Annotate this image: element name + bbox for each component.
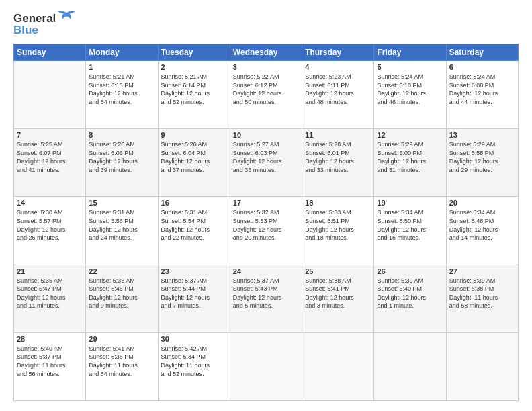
- calendar-cell: 7Sunrise: 5:25 AM Sunset: 6:07 PM Daylig…: [14, 129, 86, 197]
- day-number: 28: [17, 335, 83, 343]
- day-number: 29: [89, 335, 154, 343]
- calendar-cell: 4Sunrise: 5:23 AM Sunset: 6:11 PM Daylig…: [302, 61, 374, 129]
- day-number: 25: [305, 267, 371, 275]
- day-info: Sunrise: 5:36 AM Sunset: 5:46 PM Dayligh…: [89, 277, 154, 310]
- calendar-week-row: 7Sunrise: 5:25 AM Sunset: 6:07 PM Daylig…: [14, 129, 519, 197]
- weekday-header: Thursday: [302, 44, 374, 61]
- day-info: Sunrise: 5:25 AM Sunset: 6:07 PM Dayligh…: [17, 140, 83, 174]
- weekday-header: Saturday: [446, 44, 518, 61]
- calendar-cell: 16Sunrise: 5:31 AM Sunset: 5:54 PM Dayli…: [158, 197, 230, 265]
- day-info: Sunrise: 5:23 AM Sunset: 6:11 PM Dayligh…: [305, 73, 371, 106]
- calendar-cell: 8Sunrise: 5:26 AM Sunset: 6:06 PM Daylig…: [86, 129, 158, 197]
- calendar-cell: 29Sunrise: 5:41 AM Sunset: 5:36 PM Dayli…: [86, 332, 158, 400]
- logo-bird-icon: [57, 10, 76, 28]
- day-info: Sunrise: 5:34 AM Sunset: 5:48 PM Dayligh…: [449, 208, 515, 242]
- day-number: 9: [161, 131, 227, 139]
- day-info: Sunrise: 5:29 AM Sunset: 6:00 PM Dayligh…: [377, 140, 443, 174]
- day-number: 19: [377, 199, 443, 207]
- day-info: Sunrise: 5:37 AM Sunset: 5:44 PM Dayligh…: [161, 277, 227, 310]
- day-info: Sunrise: 5:38 AM Sunset: 5:41 PM Dayligh…: [305, 277, 371, 310]
- day-number: 14: [17, 199, 83, 207]
- calendar-table: SundayMondayTuesdayWednesdayThursdayFrid…: [13, 44, 519, 401]
- calendar-cell: 12Sunrise: 5:29 AM Sunset: 6:00 PM Dayli…: [374, 129, 446, 197]
- day-info: Sunrise: 5:27 AM Sunset: 6:03 PM Dayligh…: [233, 140, 299, 174]
- calendar-cell: 18Sunrise: 5:33 AM Sunset: 5:51 PM Dayli…: [302, 197, 374, 265]
- calendar-cell: 9Sunrise: 5:26 AM Sunset: 6:04 PM Daylig…: [158, 129, 230, 197]
- day-number: 30: [161, 335, 227, 343]
- calendar-week-row: 28Sunrise: 5:40 AM Sunset: 5:37 PM Dayli…: [14, 332, 519, 400]
- weekday-header: Sunday: [14, 44, 86, 61]
- day-info: Sunrise: 5:40 AM Sunset: 5:37 PM Dayligh…: [17, 345, 83, 378]
- day-number: 22: [89, 267, 154, 275]
- day-number: 8: [89, 131, 154, 139]
- weekday-header: Monday: [86, 44, 158, 61]
- calendar-cell: 21Sunrise: 5:35 AM Sunset: 5:47 PM Dayli…: [14, 265, 86, 332]
- weekday-header: Tuesday: [158, 44, 230, 61]
- calendar-cell: 28Sunrise: 5:40 AM Sunset: 5:37 PM Dayli…: [14, 332, 86, 400]
- calendar-cell: 1Sunrise: 5:21 AM Sunset: 6:15 PM Daylig…: [86, 61, 158, 129]
- calendar-cell: 2Sunrise: 5:21 AM Sunset: 6:14 PM Daylig…: [158, 61, 230, 129]
- day-info: Sunrise: 5:35 AM Sunset: 5:47 PM Dayligh…: [17, 277, 83, 310]
- day-number: 12: [377, 131, 443, 139]
- day-number: 5: [377, 63, 443, 71]
- day-number: 15: [89, 199, 154, 207]
- day-info: Sunrise: 5:26 AM Sunset: 6:06 PM Dayligh…: [89, 140, 154, 174]
- day-info: Sunrise: 5:32 AM Sunset: 5:53 PM Dayligh…: [233, 208, 299, 242]
- calendar-cell: [230, 332, 302, 400]
- day-number: 18: [305, 199, 371, 207]
- day-number: 26: [377, 267, 443, 275]
- day-number: 6: [449, 63, 515, 71]
- day-number: 24: [233, 267, 299, 275]
- calendar-cell: 6Sunrise: 5:24 AM Sunset: 6:08 PM Daylig…: [446, 61, 518, 129]
- day-number: 2: [161, 63, 227, 71]
- day-info: Sunrise: 5:41 AM Sunset: 5:36 PM Dayligh…: [89, 345, 154, 378]
- day-info: Sunrise: 5:42 AM Sunset: 5:34 PM Dayligh…: [161, 345, 227, 378]
- day-number: 16: [161, 199, 227, 207]
- calendar-cell: 26Sunrise: 5:39 AM Sunset: 5:40 PM Dayli…: [374, 265, 446, 332]
- day-info: Sunrise: 5:29 AM Sunset: 5:58 PM Dayligh…: [449, 140, 515, 174]
- calendar-week-row: 21Sunrise: 5:35 AM Sunset: 5:47 PM Dayli…: [14, 265, 519, 332]
- calendar-cell: 11Sunrise: 5:28 AM Sunset: 6:01 PM Dayli…: [302, 129, 374, 197]
- day-number: 1: [89, 63, 154, 71]
- calendar-cell: 15Sunrise: 5:31 AM Sunset: 5:56 PM Dayli…: [86, 197, 158, 265]
- day-number: 20: [449, 199, 515, 207]
- header: General Blue: [13, 10, 519, 37]
- day-info: Sunrise: 5:28 AM Sunset: 6:01 PM Dayligh…: [305, 140, 371, 174]
- day-number: 13: [449, 131, 515, 139]
- day-number: 23: [161, 267, 227, 275]
- day-number: 7: [17, 131, 83, 139]
- calendar-cell: 13Sunrise: 5:29 AM Sunset: 5:58 PM Dayli…: [446, 129, 518, 197]
- day-info: Sunrise: 5:34 AM Sunset: 5:50 PM Dayligh…: [377, 208, 443, 242]
- calendar-cell: 24Sunrise: 5:37 AM Sunset: 5:43 PM Dayli…: [230, 265, 302, 332]
- day-info: Sunrise: 5:37 AM Sunset: 5:43 PM Dayligh…: [233, 277, 299, 310]
- day-info: Sunrise: 5:24 AM Sunset: 6:10 PM Dayligh…: [377, 73, 443, 106]
- calendar-week-row: 1Sunrise: 5:21 AM Sunset: 6:15 PM Daylig…: [14, 61, 519, 129]
- calendar-cell: 3Sunrise: 5:22 AM Sunset: 6:12 PM Daylig…: [230, 61, 302, 129]
- calendar-cell: 30Sunrise: 5:42 AM Sunset: 5:34 PM Dayli…: [158, 332, 230, 400]
- calendar-cell: 17Sunrise: 5:32 AM Sunset: 5:53 PM Dayli…: [230, 197, 302, 265]
- day-info: Sunrise: 5:39 AM Sunset: 5:40 PM Dayligh…: [377, 277, 443, 310]
- calendar-cell: 5Sunrise: 5:24 AM Sunset: 6:10 PM Daylig…: [374, 61, 446, 129]
- weekday-header: Friday: [374, 44, 446, 61]
- day-info: Sunrise: 5:22 AM Sunset: 6:12 PM Dayligh…: [233, 73, 299, 106]
- calendar-cell: [374, 332, 446, 400]
- calendar-cell: 14Sunrise: 5:30 AM Sunset: 5:57 PM Dayli…: [14, 197, 86, 265]
- calendar-cell: 20Sunrise: 5:34 AM Sunset: 5:48 PM Dayli…: [446, 197, 518, 265]
- day-number: 4: [305, 63, 371, 71]
- calendar-cell: [14, 61, 86, 129]
- day-number: 3: [233, 63, 299, 71]
- calendar-cell: [302, 332, 374, 400]
- weekday-header: Wednesday: [230, 44, 302, 61]
- day-info: Sunrise: 5:31 AM Sunset: 5:56 PM Dayligh…: [89, 208, 154, 242]
- calendar-cell: [446, 332, 518, 400]
- day-info: Sunrise: 5:21 AM Sunset: 6:15 PM Dayligh…: [89, 73, 154, 106]
- day-info: Sunrise: 5:30 AM Sunset: 5:57 PM Dayligh…: [17, 208, 83, 242]
- calendar-cell: 27Sunrise: 5:39 AM Sunset: 5:38 PM Dayli…: [446, 265, 518, 332]
- day-info: Sunrise: 5:33 AM Sunset: 5:51 PM Dayligh…: [305, 208, 371, 242]
- calendar-header-row: SundayMondayTuesdayWednesdayThursdayFrid…: [14, 44, 519, 61]
- day-info: Sunrise: 5:21 AM Sunset: 6:14 PM Dayligh…: [161, 73, 227, 106]
- day-number: 10: [233, 131, 299, 139]
- calendar-week-row: 14Sunrise: 5:30 AM Sunset: 5:57 PM Dayli…: [14, 197, 519, 265]
- calendar-cell: 19Sunrise: 5:34 AM Sunset: 5:50 PM Dayli…: [374, 197, 446, 265]
- calendar-cell: 25Sunrise: 5:38 AM Sunset: 5:41 PM Dayli…: [302, 265, 374, 332]
